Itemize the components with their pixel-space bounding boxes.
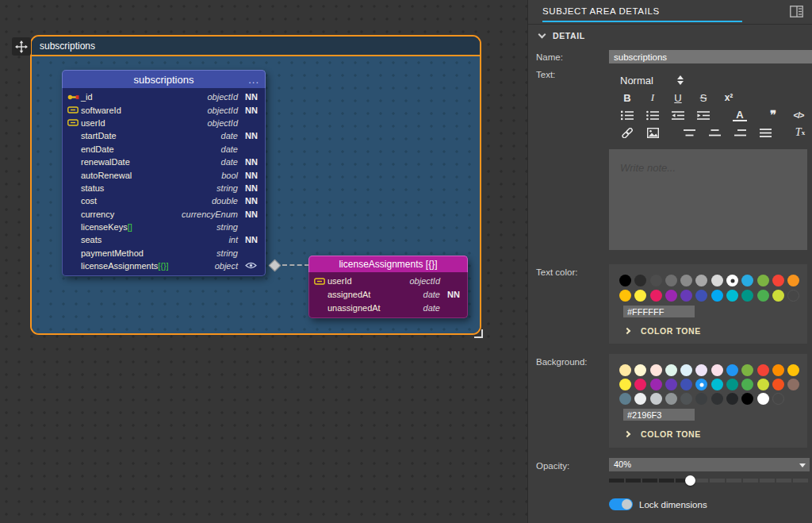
color-swatch-009688[interactable] <box>726 379 738 390</box>
color-swatch-FFC107[interactable] <box>787 364 799 376</box>
field-row-_id[interactable]: _idobjectIdNN <box>63 90 265 103</box>
color-swatch-4F5355[interactable] <box>680 393 692 405</box>
align-center-button[interactable] <box>707 128 722 138</box>
color-swatch-03A9F4[interactable] <box>711 290 723 302</box>
color-swatch-FFFFFF[interactable] <box>726 275 738 286</box>
detail-section-toggle[interactable]: DETAIL <box>539 31 585 40</box>
opacity-slider[interactable] <box>609 475 810 486</box>
underline-button[interactable]: U <box>671 92 685 104</box>
color-swatch-00BCD4[interactable] <box>726 290 738 302</box>
table-license-assignments[interactable]: licenseAssignments [{}] userIdobjectIdas… <box>308 256 468 318</box>
color-swatch-none[interactable] <box>787 290 799 302</box>
color-swatch-29ABE2[interactable] <box>741 275 753 286</box>
italic-button[interactable]: I <box>645 91 660 104</box>
outdent-button[interactable] <box>671 110 685 121</box>
table-license-header[interactable]: licenseAssignments [{}] <box>308 256 468 272</box>
color-swatch-2B2B2B[interactable] <box>634 275 646 286</box>
background-hex-input[interactable] <box>623 409 695 421</box>
superscript-button[interactable]: x² <box>722 92 736 103</box>
color-swatch-FFF7D1[interactable] <box>634 364 646 376</box>
color-swatch-8D6E63[interactable] <box>787 379 799 390</box>
color-swatch-DDF0FA[interactable] <box>680 364 692 376</box>
diagram-canvas[interactable]: subscriptions subscriptions ... _idobjec… <box>0 0 527 523</box>
field-row-unassignedAt[interactable]: unassignedAtdate <box>309 302 467 315</box>
color-swatch-F44336[interactable] <box>772 275 784 286</box>
color-swatch-00BCD4[interactable] <box>711 379 723 390</box>
field-row-cost[interactable]: costdoubleNN <box>63 194 265 207</box>
field-row-seats[interactable]: seatsintNN <box>63 233 265 246</box>
color-swatch-EFE4F7[interactable] <box>695 364 707 376</box>
color-swatch-FFEB3B[interactable] <box>634 290 646 302</box>
color-swatch-D9D9D9[interactable] <box>711 275 723 286</box>
field-row-userId[interactable]: userIdobjectId <box>309 275 467 288</box>
text-color-tone-toggle[interactable]: COLOR TONE <box>625 326 701 336</box>
color-swatch-4CAF50[interactable] <box>757 290 769 302</box>
slider-thumb[interactable] <box>685 475 695 486</box>
color-swatch-9C27B0[interactable] <box>665 290 677 302</box>
color-swatch-7CB342[interactable] <box>757 275 769 286</box>
panel-layout-icon[interactable] <box>790 6 803 21</box>
field-row-renewalDate[interactable]: renewalDatedateNN <box>63 156 265 168</box>
color-swatch-009688[interactable] <box>741 290 753 302</box>
color-swatch-EDEFF0[interactable] <box>634 393 646 405</box>
color-swatch-FFFFFF[interactable] <box>757 393 769 405</box>
subject-area-header[interactable]: subscriptions <box>32 37 480 56</box>
color-swatch-F7941E[interactable] <box>787 275 799 286</box>
color-swatch-6E6E6E[interactable] <box>665 275 677 286</box>
field-row-licenseAssignments[interactable]: licenseAssignments[{}]object <box>63 260 265 272</box>
color-swatch-DFF5EC[interactable] <box>665 364 677 376</box>
code-block-button[interactable]: </> <box>791 110 806 120</box>
color-swatch-FFC107[interactable] <box>619 290 631 302</box>
eye-icon[interactable] <box>245 262 257 269</box>
color-swatch-000000[interactable] <box>619 275 631 286</box>
bullet-list-button[interactable] <box>645 110 660 121</box>
color-swatch-8F9496[interactable] <box>665 393 677 405</box>
color-swatch-CDDC39[interactable] <box>757 379 769 390</box>
color-swatch-000000[interactable] <box>741 393 753 405</box>
field-row-paymentMethod[interactable]: paymentMethodstring <box>63 247 265 260</box>
color-swatch-FFE8A3[interactable] <box>619 364 631 376</box>
field-row-autoRenewal[interactable]: autoRenewalboolNN <box>63 168 265 181</box>
color-swatch-673AB7[interactable] <box>665 379 677 390</box>
table-subscriptions-header[interactable]: subscriptions ... <box>62 70 266 88</box>
field-row-licenseKeys[interactable]: licenseKeys[]string <box>63 221 265 233</box>
field-row-startDate[interactable]: startDatedateNN <box>63 129 265 142</box>
color-swatch-3F51B5[interactable] <box>680 379 692 390</box>
text-color-hex-input[interactable] <box>623 306 695 317</box>
color-swatch-4D4D4D[interactable] <box>650 275 662 286</box>
color-swatch-CDDC39[interactable] <box>772 290 784 302</box>
move-handle-icon[interactable] <box>12 37 31 56</box>
lock-dimensions-toggle[interactable] <box>609 498 633 510</box>
bold-button[interactable]: B <box>620 92 634 104</box>
field-row-currency[interactable]: currencycurrencyEnumNN <box>63 208 265 221</box>
color-swatch-F44336[interactable] <box>757 364 769 376</box>
color-swatch-3F51B5[interactable] <box>695 290 707 302</box>
link-button[interactable] <box>620 128 634 138</box>
color-swatch-FFEB3B[interactable] <box>619 379 631 390</box>
color-swatch-FFE4DB[interactable] <box>650 364 662 376</box>
image-button[interactable] <box>645 128 660 138</box>
color-swatch-5D7E8E[interactable] <box>619 393 631 405</box>
blockquote-button[interactable]: ❞ <box>766 108 780 122</box>
color-swatch-F4511E[interactable] <box>772 379 784 390</box>
color-swatch-2196F3[interactable] <box>695 379 707 390</box>
table-menu-icon[interactable]: ... <box>248 71 259 89</box>
table-subscriptions[interactable]: subscriptions ... _idobjectIdNNsoftwareI… <box>62 70 266 276</box>
clear-formatting-button[interactable]: Tx <box>793 126 807 139</box>
opacity-select[interactable]: 40% <box>609 458 810 471</box>
field-row-assignedAt[interactable]: assignedAtdateNN <box>309 288 467 302</box>
note-input[interactable] <box>609 149 807 250</box>
align-left-button[interactable] <box>682 128 696 138</box>
color-swatch-E91E63[interactable] <box>634 379 646 390</box>
subject-area-resize-handle[interactable] <box>474 329 483 338</box>
field-row-endDate[interactable]: endDatedate <box>63 143 265 156</box>
heading-select[interactable]: Normal <box>620 75 684 87</box>
color-swatch-E91E63[interactable] <box>650 290 662 302</box>
color-swatch-A8A8A8[interactable] <box>695 275 707 286</box>
color-swatch-8A8A8A[interactable] <box>680 275 692 286</box>
color-swatch-FB8C00[interactable] <box>772 364 784 376</box>
color-swatch-none[interactable] <box>772 393 784 405</box>
field-row-userId[interactable]: userIdobjectId <box>63 117 265 129</box>
color-swatch-4CAF50[interactable] <box>741 379 753 390</box>
color-swatch-7CB342[interactable] <box>741 364 753 376</box>
